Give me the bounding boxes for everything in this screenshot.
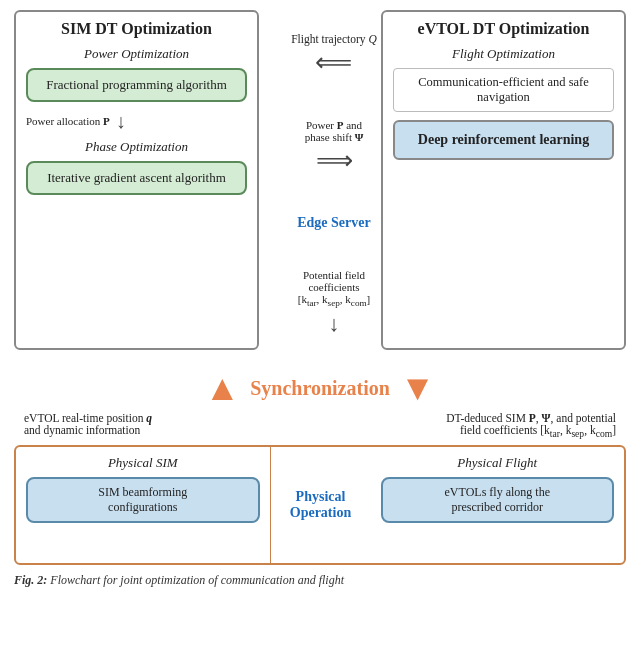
sync-section: ▲ Synchronization ▼ (14, 370, 626, 406)
edge-server-label: Edge Server (297, 215, 370, 231)
drl-box: Deep reinforcement learning (393, 120, 614, 160)
main-container: SIM DT Optimization Power Optimization F… (0, 0, 640, 596)
power-phase-label: Power P andphase shift Ψ (305, 119, 364, 143)
top-layout: SIM DT Optimization Power Optimization F… (14, 10, 626, 360)
physical-sim-box: Physical SIM SIM beamformingconfiguratio… (16, 447, 271, 563)
physical-operation-center: PhysicalOperation (271, 447, 371, 563)
edge-server-area: Edge Server (297, 215, 370, 231)
potential-label: Potential fieldcoefficients[ktar, ksep, … (298, 269, 371, 308)
sync-arrow-up: ▲ (205, 370, 241, 406)
caption-prefix: Fig. 2: (14, 573, 47, 587)
caption-text: Flowchart for joint optimization of comm… (50, 573, 344, 587)
flight-traj-area: Flight trajectory Q ⟸ (291, 33, 377, 78)
potential-area: Potential fieldcoefficients[ktar, ksep, … (298, 269, 371, 336)
physical-sim-title: Physical SIM (26, 455, 260, 471)
caption: Fig. 2: Flowchart for joint optimization… (14, 573, 626, 588)
evtol-dt-box: eVTOL DT Optimization Flight Optimizatio… (381, 10, 626, 350)
sim-dt-title: SIM DT Optimization (26, 20, 247, 38)
power-alloc-arrow: ↓ (116, 110, 126, 133)
power-phase-area: Power P andphase shift Ψ ⟹ (305, 119, 364, 176)
phase-opt-title: Phase Optimization (26, 139, 247, 155)
power-alloc-label: Power allocation P (26, 115, 110, 127)
comm-box: Communication-efficient and safe navigat… (393, 68, 614, 112)
physical-flight-box: Physical Flight eVTOLs fly along thepres… (371, 447, 625, 563)
physical-flight-title: Physical Flight (381, 455, 615, 471)
sim-beamforming-box: SIM beamformingconfigurations (26, 477, 260, 523)
flight-opt-title: Flight Optimization (393, 46, 614, 62)
info-labels: eVTOL real-time position qand dynamic in… (14, 412, 626, 439)
frac-prog-box: Fractional programming algorithm (26, 68, 247, 102)
flight-traj-label: Flight trajectory Q (291, 33, 377, 45)
physical-operation-label: PhysicalOperation (290, 489, 351, 521)
power-opt-title: Power Optimization (26, 46, 247, 62)
sim-dt-box: SIM DT Optimization Power Optimization F… (14, 10, 259, 350)
sync-label: Synchronization (250, 377, 390, 400)
sync-arrow-down: ▼ (400, 370, 436, 406)
info-label-right: DT-deduced SIM P, Ψ, and potentialfield … (346, 412, 616, 439)
evtol-dt-title: eVTOL DT Optimization (393, 20, 614, 38)
iter-grad-box: Iterative gradient ascent algorithm (26, 161, 247, 195)
arrow-right: ⟹ (316, 145, 353, 176)
potential-arrow-down: ↓ (329, 311, 340, 337)
arrow-left: ⟸ (315, 47, 352, 78)
evtol-fly-box: eVTOLs fly along theprescribed corridor (381, 477, 615, 523)
info-label-left: eVTOL real-time position qand dynamic in… (24, 412, 254, 439)
physical-section: Physical SIM SIM beamformingconfiguratio… (14, 445, 626, 565)
